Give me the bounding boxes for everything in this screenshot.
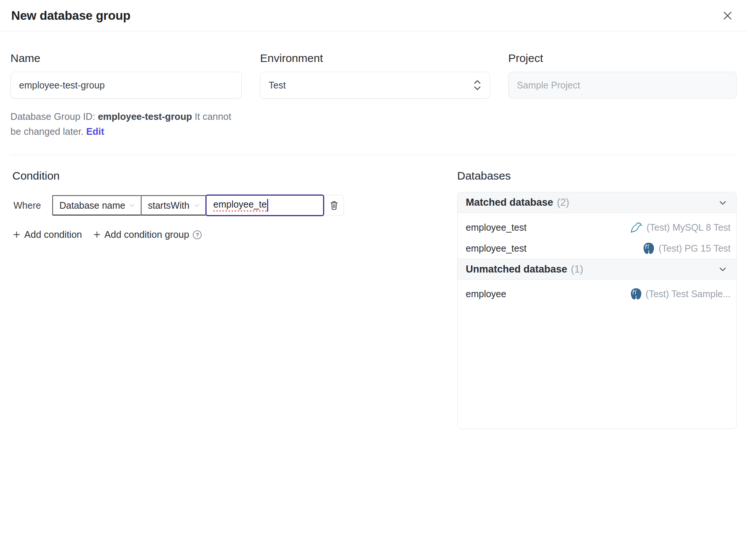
section-divider [10, 155, 737, 155]
new-database-group-dialog: New database group Name Database Group I… [0, 0, 747, 429]
edit-group-id-link[interactable]: Edit [86, 126, 104, 137]
add-condition-button[interactable]: Add condition [13, 229, 82, 240]
chevron-down-icon [128, 202, 136, 209]
environment-selected-value: Test [269, 80, 286, 91]
condition-value-input[interactable]: employee_te [205, 195, 324, 216]
where-label: Where [10, 195, 52, 216]
dialog-header: New database group [0, 0, 747, 31]
database-instance: (Test) MySQL 8 Test [629, 221, 731, 234]
environment-select[interactable]: Test [260, 72, 490, 99]
group-id-value: employee-test-group [98, 111, 192, 122]
condition-section: Condition Where Database name startsWith [10, 169, 362, 240]
condition-value-text: employee_te [213, 199, 267, 212]
name-input[interactable] [10, 72, 242, 99]
mysql-icon [629, 221, 643, 234]
project-input: Sample Project [508, 72, 737, 99]
group-id-note-prefix: Database Group ID: [10, 111, 98, 122]
postgresql-icon [642, 242, 655, 255]
unmatched-database-title: Unmatched database [466, 264, 567, 275]
condition-row: Where Database name startsWith [10, 195, 362, 216]
databases-heading: Databases [457, 169, 737, 183]
page-title: New database group [11, 9, 130, 23]
environment-label: Environment [260, 52, 490, 65]
chevron-down-icon [193, 202, 201, 209]
condition-factor-dropdown[interactable]: Database name [52, 195, 141, 215]
condition-operator-value: startsWith [148, 200, 189, 211]
instance-label: (Test) PG 15 Test [658, 243, 731, 254]
close-button[interactable] [719, 7, 736, 24]
condition-operator-dropdown[interactable]: startsWith [141, 195, 206, 215]
instance-label: (Test) Test Sample... [646, 289, 731, 299]
databases-section: Databases Matched database (2) employee_… [457, 169, 737, 429]
name-label: Name [10, 52, 242, 65]
unmatched-database-header[interactable]: Unmatched database (1) [458, 259, 736, 280]
postgresql-icon [630, 287, 642, 301]
condition-expression-group: Database name startsWith employee_te [52, 195, 344, 216]
plus-icon [93, 231, 100, 238]
unmatched-database-list: employee (Test) Test Sample... [458, 280, 736, 304]
matched-database-count: (2) [557, 197, 569, 208]
database-name: employee_test [466, 222, 527, 233]
database-row: employee_test (Test) PG 15 Test [458, 238, 736, 259]
add-condition-group-button[interactable]: Add condition group [93, 229, 189, 240]
matched-database-list: employee_test (Test) MySQL 8 Test [458, 213, 736, 259]
matched-database-header[interactable]: Matched database (2) [458, 192, 736, 213]
text-caret [267, 199, 268, 212]
unmatched-database-count: (1) [571, 264, 583, 275]
group-id-note: Database Group ID: employee-test-group I… [10, 109, 242, 139]
add-condition-label: Add condition [24, 229, 82, 240]
chevron-down-icon [717, 264, 728, 274]
delete-condition-button[interactable] [324, 195, 344, 215]
project-label: Project [508, 52, 737, 65]
chevron-down-icon [717, 197, 728, 208]
database-row: employee_test (Test) MySQL 8 Test [458, 217, 736, 238]
add-condition-group-label: Add condition group [105, 229, 189, 240]
help-icon[interactable]: ? [193, 230, 202, 239]
selector-updown-icon [473, 79, 481, 91]
plus-icon [13, 231, 20, 238]
condition-heading: Condition [12, 169, 362, 183]
instance-label: (Test) MySQL 8 Test [647, 222, 731, 233]
database-name: employee_test [466, 243, 527, 254]
project-value: Sample Project [517, 80, 580, 91]
database-instance: (Test) PG 15 Test [642, 242, 731, 255]
database-instance: (Test) Test Sample... [630, 287, 731, 301]
condition-factor-value: Database name [59, 200, 125, 211]
trash-icon [329, 200, 339, 211]
database-row: employee (Test) Test Sample... [458, 283, 736, 304]
close-icon [721, 9, 734, 22]
group-form: Name Database Group ID: employee-test-gr… [10, 52, 737, 139]
database-name: employee [466, 289, 506, 299]
condition-actions: Add condition Add condition group ? [10, 229, 362, 240]
matched-database-title: Matched database [466, 197, 553, 208]
databases-panel: Matched database (2) employee_test [457, 192, 737, 429]
